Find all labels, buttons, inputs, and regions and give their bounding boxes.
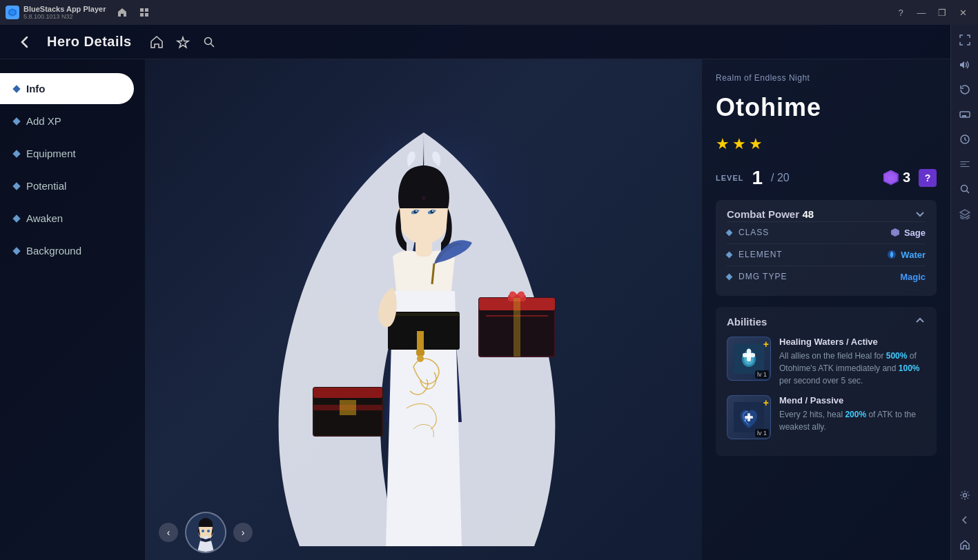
avatar-next-btn[interactable]: › bbox=[233, 523, 253, 542]
hero-info-panel: Realm of Endless Night Otohime ★ ★ ★ LEV… bbox=[702, 59, 950, 560]
stat-class-label: CLASS bbox=[739, 228, 890, 237]
svg-rect-2 bbox=[140, 8, 144, 12]
settings-btn[interactable] bbox=[954, 484, 976, 506]
ability-icon-1: + lv 1 bbox=[727, 337, 771, 381]
app-logo: BlueStacks App Player 5.8.100.1013 N32 bbox=[6, 5, 106, 20]
sidebar-item-awaken[interactable]: Awaken bbox=[0, 203, 145, 234]
svg-point-16 bbox=[430, 210, 433, 214]
ability-desc-1: All allies on the field Heal for 500% of… bbox=[779, 350, 926, 387]
home-nav-btn[interactable] bbox=[954, 534, 976, 556]
stat-row-class: CLASS Sage bbox=[727, 221, 926, 243]
svg-rect-39 bbox=[743, 353, 755, 357]
restore-btn[interactable]: ❐ bbox=[932, 3, 952, 22]
level-value: 1 bbox=[752, 167, 763, 189]
close-btn[interactable]: ✕ bbox=[953, 3, 972, 22]
top-nav-icons bbox=[147, 32, 219, 52]
back-nav-btn[interactable] bbox=[954, 509, 976, 531]
left-sidebar: Info Add XP Equipment Potential Awaken B… bbox=[0, 59, 145, 560]
sidebar-item-equipment[interactable]: Equipment bbox=[0, 138, 145, 169]
diamond-icon bbox=[12, 214, 20, 222]
keyboard-btn[interactable] bbox=[954, 103, 976, 126]
combat-power-label: Combat Power bbox=[727, 208, 799, 220]
ability-icon-2: + lv 1 bbox=[727, 395, 771, 439]
volume-btn[interactable] bbox=[954, 54, 976, 76]
titlebar: BlueStacks App Player 5.8.100.1013 N32 ?… bbox=[0, 0, 978, 25]
ability-plus-icon-1: + bbox=[763, 339, 769, 350]
stat-dmgtype-value: Magic bbox=[900, 272, 926, 282]
sidebar-item-addxp[interactable]: Add XP bbox=[0, 106, 145, 137]
combat-expand-btn[interactable] bbox=[915, 208, 926, 221]
search-icon[interactable] bbox=[199, 32, 219, 52]
stat-element-value: Water bbox=[901, 250, 926, 260]
avatar-prev-btn[interactable]: ‹ bbox=[159, 523, 178, 542]
character-art-area: ‹ bbox=[145, 59, 702, 560]
svg-point-6 bbox=[204, 37, 211, 44]
minimize-btn[interactable]: — bbox=[912, 3, 931, 22]
level-label: LEVEL bbox=[716, 174, 743, 182]
ability-level-1: lv 1 bbox=[755, 370, 769, 379]
svg-point-12 bbox=[408, 168, 419, 179]
svg-point-32 bbox=[207, 530, 210, 532]
ability-desc-2: Every 2 hits, heal 200% of ATK to the we… bbox=[779, 408, 926, 433]
app-version-label: 5.8.100.1013 N32 bbox=[23, 13, 106, 20]
stat-diamond-icon bbox=[726, 229, 733, 236]
window-controls: ? — ❐ ✕ bbox=[891, 3, 972, 22]
svg-rect-42 bbox=[745, 416, 753, 419]
svg-rect-3 bbox=[145, 8, 148, 12]
star-2: ★ bbox=[732, 135, 746, 153]
top-nav-bar: Hero Details bbox=[0, 25, 950, 59]
diamond-icon bbox=[12, 117, 20, 125]
hero-stars: ★ ★ ★ bbox=[716, 135, 937, 153]
sidebar-item-background[interactable]: Background bbox=[0, 235, 145, 266]
home-icon[interactable] bbox=[147, 32, 166, 52]
sidebar-info-label: Info bbox=[26, 83, 46, 94]
app-name-label: BlueStacks App Player bbox=[23, 5, 106, 13]
diamond-icon bbox=[12, 85, 20, 92]
ability-name-1: Healing Waters / Active bbox=[779, 337, 926, 347]
diamond-icon bbox=[12, 182, 20, 190]
home-nav-btn[interactable] bbox=[113, 3, 132, 22]
combat-header: Combat Power 48 bbox=[727, 208, 926, 221]
avatar-navigation: ‹ bbox=[159, 512, 253, 553]
level-row: LEVEL 1 / 20 3 ? bbox=[716, 167, 937, 189]
macro-btn[interactable] bbox=[954, 128, 976, 150]
svg-rect-26 bbox=[313, 388, 382, 398]
crystal-badge: 3 bbox=[883, 170, 910, 186]
crystal-icon bbox=[883, 170, 899, 186]
ability-level-2: lv 1 bbox=[755, 429, 769, 437]
expand-btn[interactable] bbox=[954, 29, 976, 51]
titlebar-nav bbox=[113, 3, 154, 22]
main-area: Hero Details Info Add XP bbox=[0, 25, 950, 560]
help-btn[interactable]: ? bbox=[891, 3, 910, 22]
controls-btn[interactable] bbox=[954, 153, 976, 175]
rotate-btn[interactable] bbox=[954, 79, 976, 101]
ability-highlight-2: 100% bbox=[899, 363, 920, 373]
search-user-btn[interactable] bbox=[954, 178, 976, 200]
svg-point-9 bbox=[417, 355, 424, 362]
svg-point-17 bbox=[415, 210, 417, 212]
svg-point-31 bbox=[202, 530, 204, 532]
diamond-icon bbox=[12, 247, 20, 254]
star-1: ★ bbox=[716, 135, 730, 153]
combat-power-section: Combat Power 48 CLASS Sage bbox=[716, 200, 937, 296]
svg-rect-8 bbox=[388, 313, 460, 316]
favorite-icon[interactable] bbox=[173, 32, 193, 52]
combat-power-value: 48 bbox=[802, 208, 814, 220]
svg-rect-28 bbox=[340, 400, 356, 415]
sidebar-item-potential[interactable]: Potential bbox=[0, 170, 145, 201]
stat-dmgtype-label: DMG TYPE bbox=[739, 272, 900, 281]
ability-highlight-3: 200% bbox=[845, 410, 866, 419]
sidebar-item-info[interactable]: Info bbox=[0, 73, 134, 104]
page-title: Hero Details bbox=[47, 34, 132, 50]
svg-rect-5 bbox=[145, 13, 148, 17]
sidebar-background-label: Background bbox=[26, 245, 81, 257]
help-button[interactable]: ? bbox=[919, 169, 937, 187]
layers-btn[interactable] bbox=[954, 203, 976, 225]
stat-row-element: ELEMENT Water bbox=[727, 243, 926, 266]
stat-diamond-icon bbox=[726, 273, 733, 280]
svg-point-13 bbox=[429, 168, 440, 179]
multi-nav-btn[interactable] bbox=[135, 3, 154, 22]
abilities-expand-btn[interactable] bbox=[915, 315, 926, 328]
back-button[interactable] bbox=[14, 31, 36, 53]
crystal-count: 3 bbox=[903, 170, 910, 186]
